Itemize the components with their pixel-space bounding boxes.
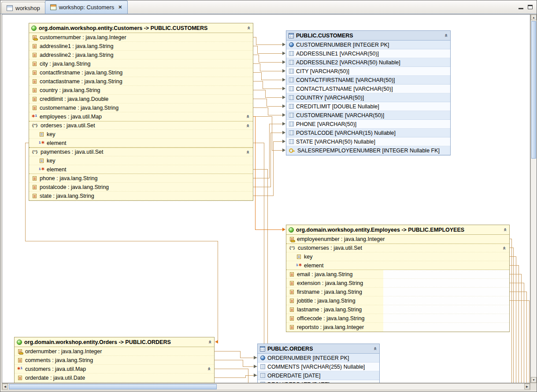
attribute-row[interactable]: firstname : java.lang.String xyxy=(286,288,509,296)
column-row[interactable]: ORDERNUMBER [INTEGER PK] xyxy=(258,354,379,362)
attribute-row[interactable]: ordernumber : java.lang.Integer xyxy=(15,347,214,356)
attribute-row[interactable]: officecode : java.lang.String xyxy=(286,314,509,323)
attribute-row[interactable]: customerses : java.util.Set« xyxy=(286,244,509,252)
scroll-up-icon[interactable]: ▲ xyxy=(531,15,537,20)
column-icon xyxy=(289,86,294,91)
entity-header-orders[interactable]: org.domain.workshop.entity.Orders -> PUB… xyxy=(15,337,214,347)
attribute-row[interactable]: reportsto : java.lang.Integer xyxy=(286,323,509,332)
attribute-row-label: lastname : java.lang.String xyxy=(297,307,362,313)
horizontal-scrollbar[interactable]: ◀ ▶ xyxy=(2,383,530,390)
attribute-icon xyxy=(18,376,22,380)
column-row[interactable]: COMMENTS [VARCHAR(255) Nullable] xyxy=(258,362,379,371)
attribute-row[interactable]: extension : java.lang.String xyxy=(286,279,509,288)
column-icon xyxy=(289,51,294,56)
scroll-left-icon[interactable]: ◀ xyxy=(2,384,8,389)
column-row[interactable]: CREDITLIMIT [DOUBLE Nullable] xyxy=(286,102,450,111)
entity-icon xyxy=(17,340,22,345)
attribute-row[interactable]: country : java.lang.String xyxy=(29,86,253,95)
column-row[interactable]: SALESREPEMPLOYEENUMBER [INTEGER Nullable… xyxy=(286,146,450,155)
horizontal-scroll-thumb[interactable] xyxy=(9,384,217,389)
collapse-icon[interactable]: « xyxy=(501,246,507,250)
column-row-label: SALESREPEMPLOYEENUMBER [INTEGER Nullable… xyxy=(297,148,440,154)
attribute-row[interactable]: addressline1 : java.lang.String xyxy=(29,42,253,51)
vertical-scroll-thumb[interactable] xyxy=(531,21,536,159)
column-row[interactable]: CONTACTLASTNAME [VARCHAR(50)] xyxy=(286,85,450,93)
column-row[interactable]: REQUIREDDATE [DATE] xyxy=(258,380,379,383)
column-row[interactable]: CUSTOMERNAME [VARCHAR(50)] xyxy=(286,111,450,120)
tab-workshop-customers[interactable]: workshop: Customers ✕ xyxy=(45,0,128,14)
column-row[interactable]: ORDERDATE [DATE] xyxy=(258,371,379,380)
map-attribute-icon xyxy=(32,114,37,119)
attribute-row[interactable]: lastname : java.lang.String xyxy=(286,305,509,314)
collapse-icon[interactable]: « xyxy=(443,33,449,37)
collapse-icon[interactable]: « xyxy=(246,26,252,30)
attribute-row[interactable]: key xyxy=(29,130,253,139)
table-box-public-orders[interactable]: PUBLIC.ORDERS « ORDERNUMBER [INTEGER PK]… xyxy=(257,344,380,383)
minimize-icon[interactable] xyxy=(518,5,523,9)
attribute-row[interactable]: creditlimit : java.lang.Double xyxy=(29,95,253,104)
entity-header-employees[interactable]: org.domain.workshop.entity.Employees -> … xyxy=(286,225,509,235)
attribute-row[interactable]: postalcode : java.lang.String xyxy=(29,183,253,192)
attribute-row[interactable]: comments : java.lang.String xyxy=(15,356,214,365)
id-attribute-icon xyxy=(18,349,22,354)
collapse-icon[interactable]: « xyxy=(206,367,212,370)
attribute-icon xyxy=(290,307,294,312)
maximize-icon[interactable] xyxy=(528,5,533,9)
attribute-row[interactable]: key xyxy=(286,252,509,261)
entity-header-customers[interactable]: org.domain.workshop.entity.Customers -> … xyxy=(29,23,253,33)
column-row[interactable]: PHONE [VARCHAR(50)] xyxy=(286,120,450,129)
column-row[interactable]: CONTACTFIRSTNAME [VARCHAR(50)] xyxy=(286,76,450,85)
collapse-icon[interactable]: « xyxy=(372,347,378,350)
attribute-row[interactable]: city : java.lang.String xyxy=(29,59,253,68)
attribute-row[interactable]: customers : java.util.Map« xyxy=(15,365,214,374)
close-icon[interactable]: ✕ xyxy=(118,4,122,10)
attribute-row[interactable]: key xyxy=(29,156,253,165)
scroll-down-icon[interactable]: ▼ xyxy=(531,377,537,383)
column-row[interactable]: CUSTOMERNUMBER [INTEGER PK] xyxy=(286,41,450,49)
entity-box-orders[interactable]: org.domain.workshop.entity.Orders -> PUB… xyxy=(14,337,215,383)
attribute-row[interactable]: addressline2 : java.lang.String xyxy=(29,51,253,59)
attribute-row[interactable]: paymentses : java.util.Set« xyxy=(29,148,253,156)
attribute-row[interactable]: phone : java.lang.String xyxy=(29,174,253,183)
attribute-row[interactable]: state : java.lang.String xyxy=(29,192,253,200)
table-box-public-customers[interactable]: PUBLIC.CUSTOMERS « CUSTOMERNUMBER [INTEG… xyxy=(286,30,451,155)
attribute-row[interactable]: customernumber : java.lang.Integer xyxy=(29,33,253,42)
attribute-icon xyxy=(290,290,294,294)
entity-box-customers[interactable]: org.domain.workshop.entity.Customers -> … xyxy=(29,23,253,201)
attribute-row[interactable]: element xyxy=(29,165,253,174)
collapse-icon[interactable]: « xyxy=(207,340,213,344)
collapse-icon[interactable]: « xyxy=(245,124,251,127)
attribute-icon xyxy=(33,62,37,66)
tab-workshop[interactable]: workshop xyxy=(1,2,45,14)
attribute-row[interactable]: contactfirstname : java.lang.String xyxy=(29,68,253,77)
attribute-row[interactable]: email : java.lang.String xyxy=(286,270,509,279)
attribute-row[interactable]: employeenumber : java.lang.Integer xyxy=(286,235,509,244)
column-row[interactable]: COUNTRY [VARCHAR(50)] xyxy=(286,93,450,102)
scroll-right-icon[interactable]: ▶ xyxy=(524,384,530,389)
collapse-icon[interactable]: « xyxy=(502,228,508,231)
table-header-public-orders[interactable]: PUBLIC.ORDERS « xyxy=(258,344,379,354)
attribute-row[interactable]: element xyxy=(29,139,253,148)
column-icon xyxy=(289,95,294,100)
attribute-row[interactable]: orderdate : java.util.Date xyxy=(15,374,214,382)
attribute-row-label: firstname : java.lang.String xyxy=(297,289,362,295)
vertical-scrollbar[interactable]: ▲ ▼ xyxy=(530,14,537,383)
column-row[interactable]: ADDRESSLINE1 [VARCHAR(50)] xyxy=(286,49,450,58)
column-row[interactable]: CITY [VARCHAR(50)] xyxy=(286,67,450,76)
entity-box-employees[interactable]: org.domain.workshop.entity.Employees -> … xyxy=(286,225,510,332)
collapse-icon[interactable]: « xyxy=(245,150,251,154)
column-row[interactable]: POSTALCODE [VARCHAR(15) Nullable] xyxy=(286,129,450,137)
attribute-row[interactable]: jobtitle : java.lang.String xyxy=(286,296,509,305)
column-row[interactable]: STATE [VARCHAR(50) Nullable] xyxy=(286,137,450,146)
collapse-icon[interactable]: « xyxy=(245,115,251,118)
attribute-row[interactable]: employees : java.util.Map« xyxy=(29,112,253,121)
attribute-row[interactable]: contactlastname : java.lang.String xyxy=(29,77,253,86)
attribute-row[interactable]: customername : java.lang.String xyxy=(29,104,253,112)
diagram-canvas[interactable]: org.domain.workshop.entity.Customers -> … xyxy=(2,14,530,383)
attribute-row-label: country : java.lang.String xyxy=(40,87,100,93)
attribute-row[interactable]: element xyxy=(286,261,509,270)
attribute-row[interactable]: orderses : java.util.Set« xyxy=(29,121,253,130)
column-row[interactable]: ADDRESSLINE2 [VARCHAR(50) Nullable] xyxy=(286,58,450,67)
column-icon xyxy=(289,122,294,126)
table-header-public-customers[interactable]: PUBLIC.CUSTOMERS « xyxy=(286,31,450,41)
